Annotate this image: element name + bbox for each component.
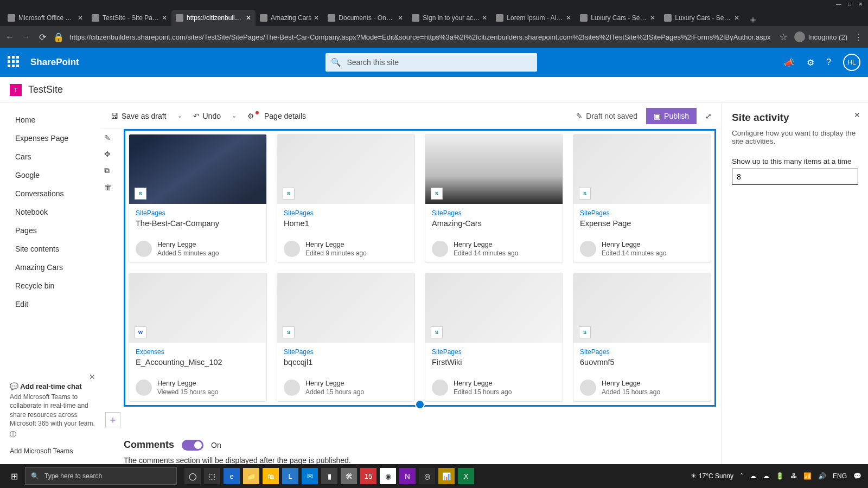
cortana-icon[interactable]: ⬚ bbox=[204, 468, 220, 484]
save-draft-button[interactable]: 🖫 Save as draft bbox=[111, 112, 167, 120]
app-icon-5[interactable]: 📊 bbox=[438, 468, 455, 484]
incognito-indicator[interactable]: Incognito (2) bbox=[794, 31, 847, 42]
tab-close-icon[interactable]: ✕ bbox=[398, 14, 403, 22]
tab-close-icon[interactable]: ✕ bbox=[734, 14, 739, 22]
nav-item[interactable]: Notebook bbox=[15, 203, 101, 221]
store-icon[interactable]: 🛍 bbox=[263, 468, 279, 484]
activity-card[interactable]: WExpensesE_Accounting_Misc_102Henry Legg… bbox=[129, 273, 267, 402]
wifi-icon[interactable]: 📶 bbox=[803, 472, 812, 480]
nav-item[interactable]: Pages bbox=[15, 221, 101, 240]
browser-tab[interactable]: Lorem Ipsum - All the✕ bbox=[492, 10, 576, 26]
volume-icon[interactable]: 🔊 bbox=[818, 472, 826, 480]
new-tab-button[interactable]: ＋ bbox=[744, 13, 762, 26]
page-details-button[interactable]: ⚙Page details bbox=[247, 112, 306, 120]
publish-button[interactable]: ▣ Publish bbox=[646, 108, 697, 124]
network-icon[interactable]: 🖧 bbox=[790, 472, 797, 480]
activity-card[interactable]: SSitePagesExpense PageHenry LeggeEdited … bbox=[573, 134, 711, 263]
activity-card[interactable]: SSitePagesAmazing-CarsHenry LeggeEdited … bbox=[425, 134, 563, 263]
onedrive-tray-icon[interactable]: ☁ bbox=[750, 472, 756, 480]
undo-button[interactable]: ↶ Undo bbox=[193, 112, 221, 120]
activity-card[interactable]: SSitePagesThe-Best-Car-CompanyHenry Legg… bbox=[129, 134, 267, 263]
app-icon-3[interactable]: 🛠 bbox=[341, 468, 357, 484]
save-chevron-icon[interactable]: ⌄ bbox=[175, 112, 184, 119]
activity-card[interactable]: SSitePages6uovmnf5Henry LeggeAdded 15 ho… bbox=[573, 273, 711, 402]
site-activity-webpart[interactable]: SSitePagesThe-Best-Car-CompanyHenry Legg… bbox=[124, 129, 716, 407]
tab-close-icon[interactable]: ✕ bbox=[246, 14, 251, 22]
explorer-icon[interactable]: 📁 bbox=[243, 468, 259, 484]
nav-item[interactable]: Recycle bin bbox=[15, 277, 101, 295]
comments-toggle[interactable] bbox=[182, 440, 203, 451]
gear-icon[interactable]: ⚙ bbox=[807, 57, 814, 68]
browser-menu-icon[interactable]: ⋮ bbox=[853, 32, 864, 42]
site-search-input[interactable]: 🔍 Search this site bbox=[326, 53, 537, 72]
delete-webpart-icon[interactable]: 🗑 bbox=[104, 183, 112, 191]
app-launcher-icon[interactable] bbox=[8, 56, 21, 69]
nav-item[interactable]: Home bbox=[15, 111, 101, 129]
page-canvas[interactable]: ✎ ✥ ⧉ 🗑 SSitePagesThe-Best-Car-CompanyHe… bbox=[101, 129, 722, 464]
nav-item[interactable]: Edit bbox=[15, 295, 101, 313]
nav-item[interactable]: Google bbox=[15, 166, 101, 184]
browser-tab[interactable]: Amazing Cars✕ bbox=[256, 10, 323, 26]
weather-widget[interactable]: ☀ 17°C Sunny bbox=[691, 472, 733, 480]
activity-card[interactable]: SSitePagesHome1Henry LeggeEdited 9 minut… bbox=[277, 134, 415, 263]
nav-back-icon[interactable]: ← bbox=[4, 32, 15, 42]
battery-icon[interactable]: 🔋 bbox=[776, 472, 784, 480]
mail-icon[interactable]: ✉ bbox=[302, 468, 318, 484]
onedrive-tray-icon-2[interactable]: ☁ bbox=[763, 472, 769, 480]
user-avatar[interactable]: HL bbox=[843, 54, 860, 71]
nav-item[interactable]: Amazing Cars bbox=[15, 258, 101, 277]
url-text[interactable]: https://citizenbuilders.sharepoint.com/s… bbox=[69, 33, 773, 41]
site-name[interactable]: TestSite bbox=[28, 84, 63, 95]
items-count-input[interactable] bbox=[732, 169, 858, 185]
duplicate-webpart-icon[interactable]: ⧉ bbox=[104, 166, 112, 175]
undo-chevron-icon[interactable]: ⌄ bbox=[229, 112, 239, 119]
nav-item[interactable]: Site contents bbox=[15, 240, 101, 258]
browser-tab[interactable]: Documents - OneDri…✕ bbox=[323, 10, 407, 26]
nav-item[interactable]: Expenses Page bbox=[15, 129, 101, 147]
tray-chevron-icon[interactable]: ˄ bbox=[740, 472, 743, 480]
tab-close-icon[interactable]: ✕ bbox=[650, 14, 655, 22]
browser-tab[interactable]: Luxury Cars - Sedans,✕ bbox=[576, 10, 660, 26]
add-section-button[interactable]: ＋ bbox=[105, 412, 120, 427]
onenote-icon[interactable]: N bbox=[399, 468, 416, 484]
site-logo[interactable]: T bbox=[10, 84, 22, 96]
taskbar-search[interactable]: 🔍 Type here to search bbox=[25, 467, 177, 485]
pane-close-icon[interactable]: ✕ bbox=[854, 111, 860, 119]
excel-icon[interactable]: X bbox=[458, 468, 474, 484]
notifications-icon[interactable]: 💬 bbox=[853, 472, 861, 480]
app-icon-2[interactable]: ▮ bbox=[321, 468, 337, 484]
window-min[interactable]: — bbox=[833, 1, 844, 8]
nav-forward-icon[interactable]: → bbox=[21, 32, 31, 42]
expand-icon[interactable]: ⤢ bbox=[705, 112, 712, 120]
activity-card[interactable]: SSitePagesFirstWikiHenry LeggeEdited 15 … bbox=[425, 273, 563, 402]
tab-close-icon[interactable]: ✕ bbox=[314, 14, 319, 22]
app-icon-1[interactable]: L bbox=[282, 468, 298, 484]
browser-tab[interactable]: Microsoft Office Home✕ bbox=[3, 10, 87, 26]
taskview-icon[interactable]: ◯ bbox=[184, 468, 201, 484]
window-close[interactable]: ✕ bbox=[855, 1, 866, 8]
nav-item[interactable]: Cars bbox=[15, 147, 101, 166]
tab-close-icon[interactable]: ✕ bbox=[482, 14, 487, 22]
help-icon[interactable]: ? bbox=[826, 57, 831, 67]
bookmark-star-icon[interactable]: ☆ bbox=[778, 32, 789, 42]
browser-tab[interactable]: https://citizenbuilders✕ bbox=[171, 10, 256, 26]
edge-icon[interactable]: e bbox=[224, 468, 240, 484]
teams-promo-link[interactable]: Add Microsoft Teams bbox=[10, 442, 95, 460]
activity-card[interactable]: SSitePagesbqccqjl1Henry LeggeAdded 15 ho… bbox=[277, 273, 415, 402]
tab-close-icon[interactable]: ✕ bbox=[566, 14, 571, 22]
browser-tab[interactable]: TestSite - Site Pages -✕ bbox=[87, 10, 171, 26]
chrome-icon[interactable]: ◉ bbox=[380, 468, 396, 484]
megaphone-icon[interactable]: 📣 bbox=[784, 57, 795, 68]
teams-promo-close[interactable]: ✕ bbox=[89, 373, 95, 381]
tab-close-icon[interactable]: ✕ bbox=[162, 14, 167, 22]
edit-webpart-icon[interactable]: ✎ bbox=[104, 133, 112, 142]
tab-close-icon[interactable]: ✕ bbox=[78, 14, 83, 22]
move-webpart-icon[interactable]: ✥ bbox=[104, 150, 112, 158]
start-button[interactable]: ⊞ bbox=[3, 471, 25, 481]
nav-item[interactable]: Conversations bbox=[15, 184, 101, 203]
app-icon-4[interactable]: 15 bbox=[360, 468, 376, 484]
product-brand[interactable]: SharePoint bbox=[30, 57, 79, 68]
window-max[interactable]: □ bbox=[844, 1, 855, 8]
obs-icon[interactable]: ◎ bbox=[419, 468, 435, 484]
browser-tab[interactable]: Sign in to your accou…✕ bbox=[407, 10, 492, 26]
